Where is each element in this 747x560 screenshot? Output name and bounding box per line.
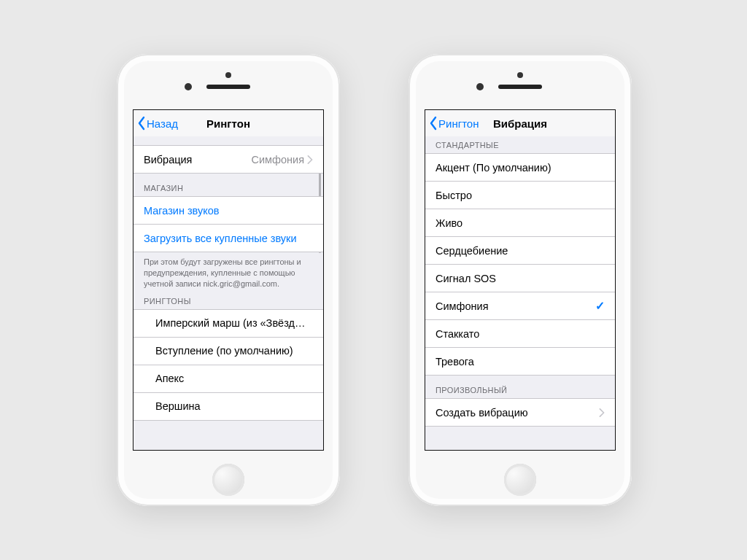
- tone-store-label: Магазин звуков: [144, 205, 220, 217]
- front-camera: [476, 83, 484, 90]
- checkmark-icon: ✓: [595, 299, 605, 313]
- download-all-label: Загрузить все купленные звуки: [144, 233, 297, 244]
- chevron-right-icon: [307, 155, 313, 164]
- vibration-option-row[interactable]: Симфония✓: [425, 292, 615, 319]
- download-all-link[interactable]: Загрузить все купленные звуки: [133, 224, 323, 252]
- back-label: Назад: [147, 117, 178, 130]
- create-vibration-row[interactable]: Создать вибрацию: [425, 398, 615, 427]
- front-camera: [185, 83, 192, 90]
- vibration-option-label: Сердцебиение: [436, 245, 508, 257]
- ringtone-list: Имперский марш (из «Звёзд…Вступление (по…: [133, 309, 323, 421]
- earpiece-speaker: [498, 85, 542, 89]
- content-ringtone: Вибрация Симфония МАГАЗИН Магазин звуков…: [133, 136, 323, 450]
- ringtone-label: Вступление (по умолчанию): [155, 345, 293, 357]
- ringtone-label: Имперский марш (из «Звёзд…: [155, 317, 305, 329]
- vibration-option-label: Сигнал SOS: [436, 273, 496, 284]
- ringtone-row[interactable]: Вершина: [133, 392, 323, 421]
- chevron-left-icon: [428, 116, 438, 131]
- ringtone-label: Вершина: [155, 400, 201, 412]
- vibration-option-row[interactable]: Сердцебиение: [425, 236, 615, 264]
- navbar: Назад Рингтон: [133, 110, 323, 137]
- device-frame-right: Рингтон Вибрация СТАНДАРТНЫЕ Акцент (По …: [409, 54, 632, 506]
- vibration-row[interactable]: Вибрация Симфония: [133, 145, 323, 174]
- create-vibration-label: Создать вибрацию: [436, 407, 528, 419]
- sensor-dot: [517, 72, 523, 78]
- vibration-value: Симфония: [252, 154, 305, 166]
- ringtone-row[interactable]: Вступление (по умолчанию): [133, 337, 323, 365]
- vibration-option-label: Симфония: [436, 300, 489, 312]
- store-header: МАГАЗИН: [133, 174, 323, 196]
- device-frame-left: Назад Рингтон Вибрация Симфония МАГАЗИН: [117, 54, 340, 506]
- vibration-option-row[interactable]: Живо: [425, 209, 615, 236]
- earpiece-speaker: [206, 85, 250, 89]
- screen-ringtone: Назад Рингтон Вибрация Симфония МАГАЗИН: [133, 109, 324, 451]
- home-button[interactable]: [212, 464, 244, 496]
- vibration-option-label: Быстро: [436, 190, 472, 201]
- vibration-option-row[interactable]: Акцент (По умолчанию): [425, 153, 615, 181]
- screen-vibration: Рингтон Вибрация СТАНДАРТНЫЕ Акцент (По …: [425, 109, 616, 451]
- back-button[interactable]: Назад: [133, 116, 178, 131]
- home-button[interactable]: [504, 464, 536, 496]
- chevron-right-icon: [599, 408, 605, 417]
- vibration-label: Вибрация: [144, 154, 192, 166]
- vibration-option-row[interactable]: Стаккато: [425, 319, 615, 347]
- back-label: Рингтон: [438, 117, 479, 130]
- content-vibration: СТАНДАРТНЫЕ Акцент (По умолчанию)БыстроЖ…: [425, 136, 615, 450]
- ringtone-row[interactable]: Имперский марш (из «Звёзд…: [133, 309, 323, 337]
- ringtone-row[interactable]: Апекс: [133, 365, 323, 392]
- standard-header: СТАНДАРТНЫЕ: [425, 136, 615, 153]
- ringtones-header: РИНГТОНЫ: [133, 292, 323, 309]
- ringtone-label: Апекс: [155, 373, 184, 384]
- store-footer: При этом будут загружены все рингтоны и …: [133, 252, 323, 292]
- standard-list: Акцент (По умолчанию)БыстроЖивоСердцебие…: [425, 153, 615, 376]
- vibration-option-row[interactable]: Быстро: [425, 181, 615, 209]
- chevron-left-icon: [136, 116, 147, 131]
- navbar: Рингтон Вибрация: [425, 110, 615, 137]
- vibration-option-row[interactable]: Тревога: [425, 347, 615, 376]
- tone-store-link[interactable]: Магазин звуков: [133, 196, 323, 224]
- vibration-option-label: Стаккато: [436, 328, 479, 340]
- vibration-option-label: Живо: [436, 217, 462, 229]
- vibration-option-label: Тревога: [436, 356, 474, 368]
- vibration-option-row[interactable]: Сигнал SOS: [425, 264, 615, 292]
- vibration-option-label: Акцент (По умолчанию): [436, 162, 551, 174]
- custom-header: ПРОИЗВОЛЬНЫЙ: [425, 376, 615, 398]
- sensor-dot: [225, 72, 231, 78]
- back-button[interactable]: Рингтон: [425, 116, 479, 131]
